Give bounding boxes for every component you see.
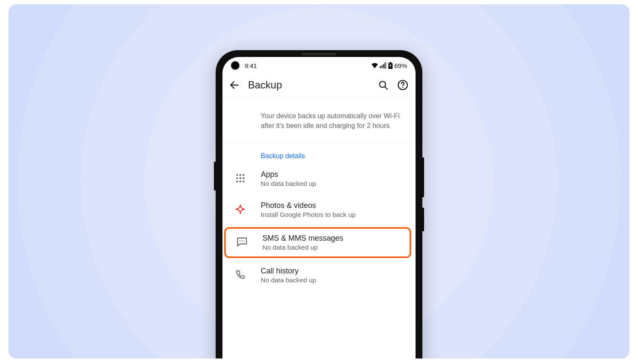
svg-point-14 — [239, 177, 241, 179]
battery-icon — [388, 62, 393, 69]
svg-point-12 — [242, 174, 244, 176]
svg-rect-2 — [383, 64, 384, 68]
svg-point-20 — [242, 240, 242, 241]
phone-icon — [235, 269, 246, 282]
messages-icon — [236, 236, 248, 250]
section-header-backup-details: Backup details — [222, 143, 416, 163]
status-bar: 9:41 69% — [222, 57, 416, 74]
status-time: 9:41 — [245, 62, 257, 69]
backup-item-photos[interactable]: Photos & videos Install Google Photos to… — [222, 194, 416, 225]
item-title: Photos & videos — [261, 201, 356, 210]
search-button[interactable] — [377, 79, 389, 91]
svg-point-16 — [236, 180, 238, 182]
item-subtitle: No data backed up — [261, 276, 316, 284]
help-button[interactable] — [397, 79, 409, 91]
item-subtitle: No data backed up — [262, 244, 343, 251]
item-title: SMS & MMS messages — [262, 234, 343, 243]
phone-screen: 9:41 69% — [222, 57, 416, 358]
svg-point-9 — [402, 87, 404, 88]
svg-rect-1 — [382, 65, 382, 68]
camera-hole — [231, 61, 239, 70]
svg-rect-0 — [380, 66, 381, 68]
backup-item-call-history[interactable]: Call history No data backed up — [222, 260, 416, 291]
apps-icon — [235, 173, 246, 185]
status-battery: 69% — [394, 62, 407, 69]
signal-icon — [380, 63, 387, 68]
item-title: Apps — [261, 170, 316, 179]
svg-point-18 — [242, 180, 244, 182]
svg-rect-4 — [390, 62, 391, 63]
item-title: Call history — [261, 267, 316, 276]
svg-line-7 — [385, 87, 387, 89]
back-button[interactable] — [228, 79, 240, 91]
item-subtitle: No data backed up — [261, 180, 316, 188]
svg-point-15 — [242, 177, 244, 179]
backup-item-sms-mms[interactable]: SMS & MMS messages No data backed up — [224, 227, 411, 258]
item-subtitle: Install Google Photos to back up — [261, 211, 356, 219]
svg-point-17 — [239, 180, 241, 182]
app-bar: Backup — [222, 74, 416, 98]
svg-point-11 — [239, 174, 241, 176]
phone-frame: 9:41 69% — [216, 50, 422, 358]
photos-icon — [234, 203, 246, 217]
wifi-icon — [371, 63, 378, 68]
svg-point-10 — [236, 174, 238, 176]
backup-info-text: Your device backs up automatically over … — [222, 98, 416, 143]
backup-item-apps[interactable]: Apps No data backed up — [222, 163, 416, 194]
svg-point-13 — [236, 177, 238, 179]
svg-point-21 — [244, 240, 245, 241]
page-canvas: 9:41 69% — [9, 4, 629, 358]
page-title: Backup — [248, 79, 370, 91]
svg-rect-3 — [385, 63, 386, 68]
svg-point-19 — [239, 240, 240, 241]
